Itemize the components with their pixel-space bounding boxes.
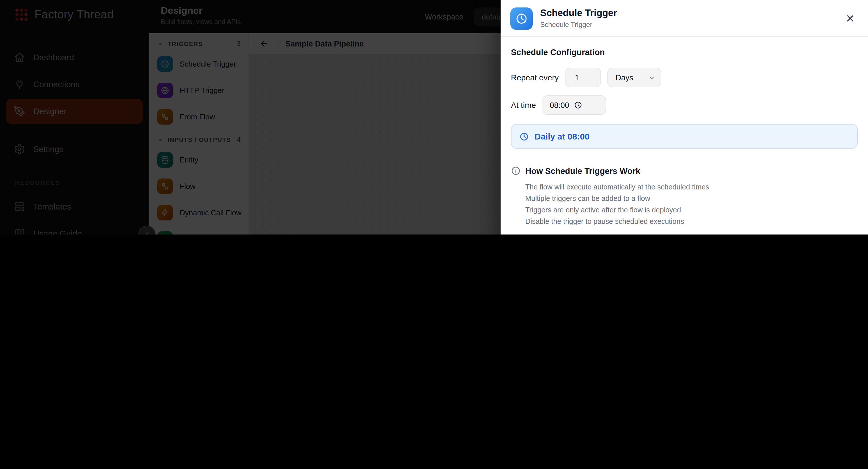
modal-subtitle: Schedule Trigger bbox=[540, 21, 592, 29]
section-title: Schedule Configuration bbox=[511, 47, 858, 57]
info-icon bbox=[511, 166, 521, 176]
repeat-interval-input[interactable] bbox=[565, 68, 601, 87]
time-value: 08:00 bbox=[550, 101, 569, 110]
repeat-unit-select[interactable]: Days bbox=[608, 68, 662, 87]
repeat-unit-value: Days bbox=[616, 73, 648, 82]
info-line: Multiple triggers can be added to a flow bbox=[525, 193, 858, 205]
info-section: How Schedule Triggers Work The flow will… bbox=[511, 166, 858, 227]
time-row: At time 08:00 bbox=[511, 95, 858, 115]
repeat-label: Repeat every bbox=[511, 73, 559, 82]
schedule-trigger-modal: Schedule Trigger Schedule Trigger Schedu… bbox=[501, 0, 868, 234]
info-line: The flow will execute automatically at t… bbox=[525, 181, 858, 193]
time-label: At time bbox=[511, 100, 536, 110]
modal-title: Schedule Trigger bbox=[540, 7, 617, 19]
modal-header: Schedule Trigger Schedule Trigger bbox=[501, 0, 868, 37]
modal-body: Schedule Configuration Repeat every Days… bbox=[501, 37, 868, 227]
close-button[interactable] bbox=[845, 13, 856, 24]
close-icon bbox=[845, 13, 856, 24]
schedule-summary-text: Daily at 08:00 bbox=[534, 131, 590, 141]
chevron-down-icon bbox=[648, 74, 656, 81]
info-header: How Schedule Triggers Work bbox=[511, 166, 858, 176]
app-root: Factory Thread Designer Build flows, vie… bbox=[0, 0, 868, 234]
clock-icon bbox=[520, 132, 529, 141]
info-title: How Schedule Triggers Work bbox=[525, 166, 640, 176]
info-line: Triggers are only active after the flow … bbox=[525, 205, 858, 216]
time-input[interactable]: 08:00 bbox=[542, 95, 606, 115]
repeat-row: Repeat every Days bbox=[511, 68, 858, 87]
schedule-trigger-icon bbox=[510, 7, 533, 30]
schedule-summary-banner: Daily at 08:00 bbox=[511, 124, 858, 149]
clock-icon bbox=[575, 101, 582, 109]
info-line: Disable the trigger to pause scheduled e… bbox=[525, 216, 858, 227]
